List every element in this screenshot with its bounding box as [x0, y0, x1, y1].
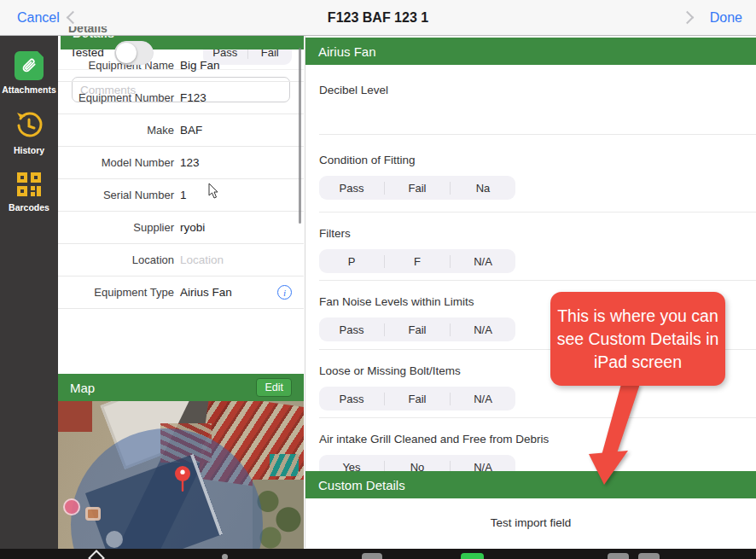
field-row-equipment-number[interactable]: Equipment Number F123	[58, 82, 304, 114]
segment-option[interactable]: Pass	[319, 323, 384, 336]
sidebar-item-label: Attachments	[2, 84, 56, 95]
page-title: F123 BAF 123 1	[0, 10, 756, 26]
mouse-cursor	[208, 183, 220, 199]
decibel-level-input[interactable]	[319, 96, 756, 134]
map-edit-button[interactable]: Edit	[256, 378, 292, 397]
item-label-filters: Filters	[305, 213, 756, 240]
map-building-red	[58, 401, 92, 432]
field-row-location[interactable]: Location Location	[58, 244, 304, 277]
field-value[interactable]: BAF	[180, 124, 202, 137]
segment-option[interactable]: Fail	[384, 182, 450, 195]
details-scrollbar[interactable]	[299, 48, 301, 224]
field-value[interactable]: Big Fan	[180, 59, 220, 72]
item-label-condition: Condition of Fitting	[305, 135, 756, 166]
fan-noise-segment: Pass Fail N/A	[319, 317, 515, 341]
field-value[interactable]: 1	[180, 189, 187, 201]
segment-option[interactable]: N/A	[450, 323, 515, 336]
segment-option[interactable]: Fail	[384, 393, 450, 405]
gray-key-icon[interactable]	[362, 553, 382, 559]
item-label-decibel: Decibel Level	[305, 65, 756, 96]
callout-line: This is where you can	[557, 305, 718, 328]
segment-option[interactable]: N/A	[450, 393, 515, 405]
details-panel: Details Equipment Name Big Fan Equipment…	[58, 36, 304, 549]
field-row-supplier[interactable]: Supplier ryobi	[58, 212, 304, 244]
map-header-label: Map	[70, 381, 95, 395]
details-header-label: Details	[73, 36, 114, 40]
folded-corner	[37, 50, 44, 58]
bottom-toolbar	[0, 549, 756, 559]
map-view[interactable]	[58, 401, 304, 549]
history-clock-icon	[14, 110, 44, 141]
custom-details-header: Custom Details	[305, 471, 756, 498]
home-icon[interactable]	[88, 550, 105, 559]
condition-of-fitting-segment: Pass Fail Na	[319, 176, 515, 200]
tested-toggle[interactable]	[114, 41, 154, 65]
qr-code-icon	[15, 171, 43, 198]
callout-line: see Custom Details in	[557, 328, 719, 351]
top-navigation-bar: Cancel F123 BAF 123 1 Done	[0, 0, 756, 36]
tool-sidebar: Attachments History Barcodes	[0, 36, 58, 549]
callout-arrow	[572, 384, 648, 491]
map-teal-vehicles	[270, 454, 299, 476]
callout-line: iPad screen	[594, 351, 682, 374]
field-label: Supplier	[65, 221, 174, 234]
details-fields: Equipment Name Big Fan Equipment Number …	[58, 49, 304, 309]
inspection-section-header: Airius Fan	[305, 38, 756, 65]
loose-bolts-segment: Pass Fail N/A	[319, 387, 515, 411]
segment-option[interactable]: F	[384, 255, 450, 268]
segment-option[interactable]: Pass	[319, 182, 384, 195]
field-label: Location	[65, 253, 174, 266]
green-key-icon[interactable]	[461, 553, 484, 559]
field-row-equipment-name[interactable]: Equipment Name Big Fan	[58, 49, 304, 82]
segment-option[interactable]: N/A	[450, 255, 515, 268]
map-section-header: Map Edit	[58, 374, 304, 401]
field-value[interactable]: 123	[180, 156, 200, 169]
red-map-pin-icon[interactable]	[172, 466, 193, 497]
details-header-clipped-text: Details	[68, 26, 108, 36]
custom-details-header-label: Custom Details	[318, 478, 405, 492]
paperclip-icon	[15, 51, 44, 80]
sidebar-item-label: History	[14, 145, 44, 155]
item-label-air-intake: Air intake Grill Cleaned and Free from D…	[305, 418, 756, 445]
done-button[interactable]: Done	[710, 10, 742, 26]
filters-segment: P F N/A	[319, 249, 515, 273]
inspection-header-label: Airius Fan	[318, 44, 376, 59]
map-circle-badge[interactable]	[106, 531, 123, 548]
field-placeholder[interactable]: Location	[180, 253, 224, 266]
field-row-make[interactable]: Make BAF	[58, 114, 304, 147]
segment-option[interactable]: Fail	[384, 323, 450, 336]
toggle-knob	[116, 43, 137, 63]
field-row-equipment-type[interactable]: Equipment Type Airius Fan i	[58, 277, 304, 309]
segment-option[interactable]: P	[319, 255, 384, 268]
sidebar-item-label: Barcodes	[9, 202, 49, 213]
sidebar-item-attachments[interactable]: Attachments	[2, 51, 56, 95]
gray-key-icon[interactable]	[638, 553, 660, 559]
annotation-callout: This is where you can see Custom Details…	[550, 292, 725, 386]
field-value[interactable]: F123	[180, 91, 206, 104]
field-row-model-number[interactable]: Model Number 123	[58, 147, 304, 179]
inspection-items: Decibel Level Condition of Fitting Pass …	[305, 65, 756, 479]
details-section-header: Details	[61, 36, 304, 49]
app-screen: Details Equipment Name Big Fan Equipment…	[0, 0, 756, 559]
map-orange-badge[interactable]	[85, 507, 101, 521]
field-label: Model Number	[65, 156, 174, 169]
segment-option[interactable]: Na	[450, 182, 515, 195]
field-row-serial-number[interactable]: Serial Number 1	[58, 179, 304, 212]
field-label: Equipment Number	[65, 91, 174, 104]
dot-icon[interactable]	[222, 554, 228, 559]
field-value[interactable]: ryobi	[180, 221, 205, 234]
segment-option[interactable]: Pass	[319, 393, 384, 405]
field-label: Equipment Type	[65, 286, 174, 299]
field-value[interactable]: Airius Fan	[180, 286, 232, 299]
sidebar-item-history[interactable]: History	[14, 110, 44, 155]
field-label: Make	[65, 124, 174, 137]
gray-key-icon[interactable]	[608, 553, 629, 559]
test-import-field-label[interactable]: Test import field	[305, 516, 756, 529]
map-pink-badge[interactable]	[63, 498, 80, 515]
info-icon[interactable]: i	[277, 285, 292, 300]
sidebar-item-barcodes[interactable]: Barcodes	[9, 171, 49, 213]
field-label: Serial Number	[65, 189, 174, 201]
